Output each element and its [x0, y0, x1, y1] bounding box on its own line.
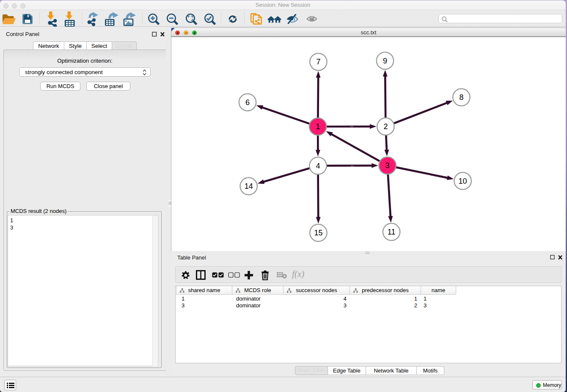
- svg-text:3: 3: [385, 161, 390, 170]
- svg-text:15: 15: [314, 229, 322, 237]
- svg-text:10: 10: [459, 177, 467, 185]
- svg-text:6: 6: [245, 98, 250, 107]
- svg-text:14: 14: [245, 182, 253, 190]
- svg-text:1: 1: [316, 122, 320, 131]
- svg-text:2: 2: [383, 122, 388, 131]
- svg-text:7: 7: [316, 58, 320, 66]
- svg-text:9: 9: [383, 57, 387, 65]
- svg-text:8: 8: [459, 93, 463, 102]
- svg-text:11: 11: [388, 228, 396, 236]
- svg-text:4: 4: [316, 162, 320, 170]
